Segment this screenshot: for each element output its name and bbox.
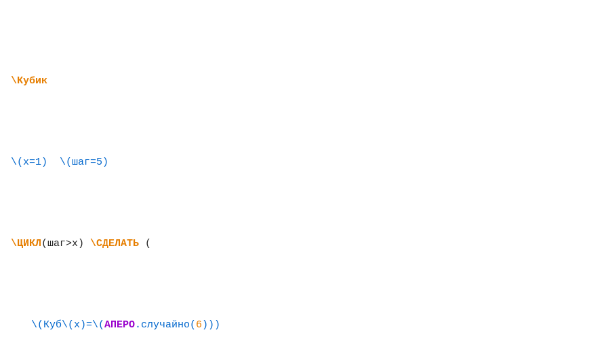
num6: 6 [196,319,202,331]
code-container: \Кубик \(х=1) \(шаг=5) \ЦИКЛ(шаг>х) \СДЕ… [11,8,599,364]
var-shag: \(шаг=5) [60,157,108,168]
loop-cond: (шаг>х) [41,238,90,249]
line-vars: \(х=1) \(шаг=5) [11,155,599,171]
line-kub1: \(Куб\(х)=\(АПЕРО.случайно(6))) [11,317,599,333]
line-loop-start: \ЦИКЛ(шаг>х) \СДЕЛАТЬ ( [11,236,599,252]
apero1: АПЕРО [104,319,135,331]
kub-assign: \(Куб\(х)=\( [31,319,104,331]
kw-sdelat: \СДЕЛАТЬ [90,238,139,249]
open-paren: ( [139,238,151,249]
kw-tsikl: \ЦИКЛ [11,238,41,249]
backslash-kubik: \Кубик [11,75,47,87]
random1: .случайно( [135,319,196,331]
line-kubik: \Кубик [11,73,599,89]
space1 [47,157,60,168]
var-x: \(х=1) [11,157,47,168]
close1: ))) [202,319,220,331]
